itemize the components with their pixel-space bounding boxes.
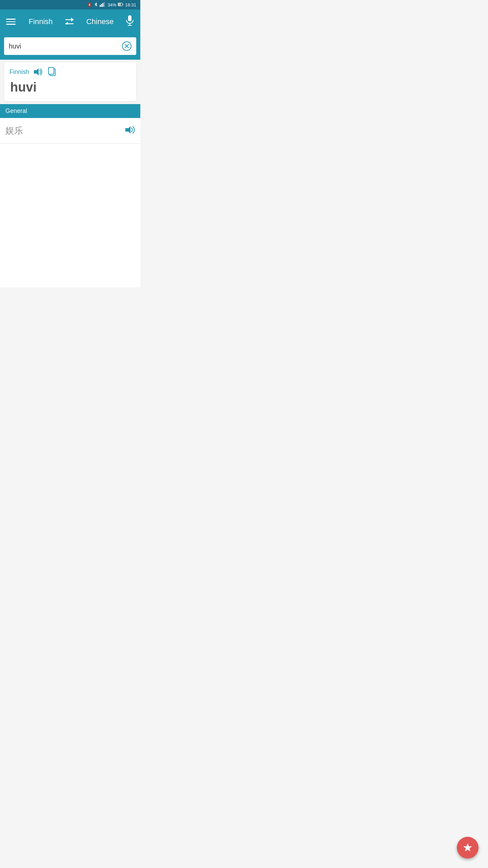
translation-text: 娱乐 (5, 125, 23, 137)
translation-speaker-button[interactable] (125, 126, 135, 136)
svg-rect-19 (48, 67, 54, 74)
general-section-header: General (0, 104, 140, 118)
search-input[interactable] (9, 42, 119, 50)
app-bar: Finnish Chinese (0, 9, 140, 34)
search-box (4, 37, 136, 55)
microphone-button[interactable] (125, 15, 134, 28)
bluetooth-icon (94, 2, 98, 8)
svg-text:⚡: ⚡ (118, 3, 121, 6)
source-lang-label: Finnish (9, 68, 29, 76)
battery-icon: ⚡ (118, 2, 123, 7)
copy-button[interactable] (47, 67, 56, 77)
target-language-label[interactable]: Chinese (86, 17, 114, 26)
menu-line-3 (6, 24, 16, 25)
svg-rect-2 (100, 5, 101, 7)
status-icons: 🔇 34% ⚡ 18:3 (87, 2, 136, 8)
translation-row: 娱乐 (0, 118, 140, 144)
svg-marker-20 (125, 126, 130, 134)
menu-button[interactable] (6, 19, 17, 25)
search-container (0, 34, 140, 60)
svg-marker-17 (34, 68, 39, 76)
svg-rect-5 (104, 2, 105, 7)
source-speaker-button[interactable] (34, 68, 43, 76)
battery-percent: 34% (107, 2, 116, 7)
time-display: 18:31 (125, 2, 136, 7)
source-language-label[interactable]: Finnish (29, 17, 53, 26)
svg-rect-4 (102, 3, 103, 7)
signal-icon (100, 2, 106, 8)
svg-rect-3 (101, 4, 102, 7)
source-word-card: Finnish huvi (4, 62, 136, 101)
menu-line-2 (6, 21, 16, 22)
source-word-text: huvi (9, 80, 131, 95)
clear-button[interactable] (122, 41, 131, 51)
general-label: General (5, 107, 27, 114)
mute-icon: 🔇 (87, 2, 92, 7)
swap-languages-button[interactable] (64, 17, 75, 26)
status-bar: 🔇 34% ⚡ 18:3 (0, 0, 140, 9)
source-card-header: Finnish (9, 67, 131, 77)
svg-rect-12 (128, 15, 131, 21)
main-content: 娱乐 (0, 118, 140, 288)
menu-line-1 (6, 19, 16, 20)
